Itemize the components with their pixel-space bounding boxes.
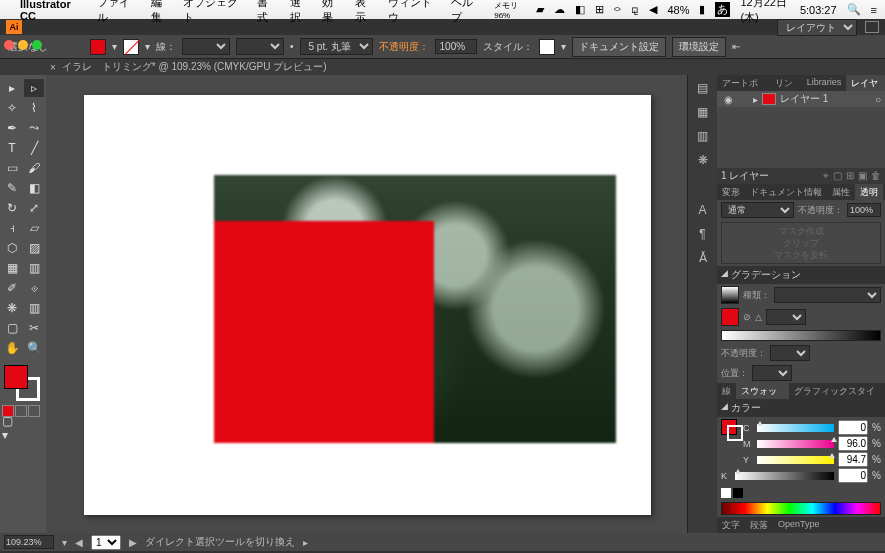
tab-docinfo[interactable]: ドキュメント情報 <box>745 184 827 200</box>
tab-graphic-styles[interactable]: グラフィックスタイル <box>789 383 885 399</box>
tab-attributes[interactable]: 属性 <box>827 184 855 200</box>
visibility-icon[interactable]: ◉ <box>721 94 735 105</box>
menu-help[interactable]: ヘルプ <box>451 0 482 25</box>
tab-transparency[interactable]: 透明 <box>855 184 883 200</box>
yellow-slider[interactable] <box>757 456 834 464</box>
close-window[interactable] <box>4 40 14 50</box>
tab-paragraph[interactable]: 段落 <box>745 517 773 533</box>
stroke-weight-select[interactable] <box>182 38 230 55</box>
minimize-window[interactable] <box>18 40 28 50</box>
blend-mode-select[interactable]: 通常 <box>721 202 794 218</box>
pen-tool[interactable]: ✒ <box>2 119 22 137</box>
zoom-window[interactable] <box>32 40 42 50</box>
artboard-tool[interactable]: ▢ <box>2 319 22 337</box>
type-tool[interactable]: T <box>2 139 22 157</box>
brushes-icon[interactable]: ▥ <box>694 127 712 145</box>
tab-libraries[interactable]: Libraries <box>802 75 847 91</box>
menu-type[interactable]: 書式 <box>257 0 278 25</box>
document-setup-button[interactable]: ドキュメント設定 <box>572 37 666 57</box>
hand-tool[interactable]: ✋ <box>2 339 22 357</box>
document-tab-title[interactable]: イラレ トリミング* @ 109.23% (CMYK/GPU プレビュー) <box>62 60 327 74</box>
dropdown-icon[interactable]: ▾ <box>112 41 117 52</box>
wifi-icon[interactable]: ⌔ <box>614 4 621 16</box>
magenta-value[interactable] <box>838 436 868 451</box>
none-mode[interactable] <box>28 405 40 417</box>
gradient-slider[interactable] <box>721 330 881 341</box>
brush-select[interactable]: 5 pt. 丸筆 <box>300 38 373 55</box>
zoom-input[interactable] <box>4 535 54 549</box>
gradient-preview[interactable] <box>721 286 739 304</box>
canvas[interactable] <box>46 75 687 533</box>
artboard-nav[interactable]: 1 <box>91 535 121 550</box>
cyan-value[interactable] <box>838 420 868 435</box>
memory-indicator[interactable]: メモリ 96% <box>494 0 526 20</box>
paintbrush-tool[interactable]: 🖌 <box>24 159 44 177</box>
direct-selection-tool[interactable]: ▹ <box>24 79 44 97</box>
layer-name[interactable]: レイヤー 1 <box>780 92 828 106</box>
line-tool[interactable]: ╱ <box>24 139 44 157</box>
tab-opentype[interactable]: OpenType <box>773 517 825 533</box>
opacity-input[interactable] <box>435 39 477 54</box>
free-transform-tool[interactable]: ▱ <box>24 219 44 237</box>
tab-links[interactable]: リンク <box>770 75 802 91</box>
selection-tool[interactable]: ▸ <box>2 79 22 97</box>
glyphs-icon[interactable]: Ǎ <box>694 249 712 267</box>
target-icon[interactable]: ○ <box>875 94 881 105</box>
rotate-tool[interactable]: ↻ <box>2 199 22 217</box>
app-name[interactable]: Illustrator CC <box>20 0 85 22</box>
preferences-button[interactable]: 環境設定 <box>672 37 726 57</box>
nav-prev-icon[interactable]: ◀ <box>75 537 83 548</box>
tab-character[interactable]: 文字 <box>717 517 745 533</box>
character-icon[interactable]: A <box>694 201 712 219</box>
workspace-select[interactable]: レイアウト <box>777 19 857 36</box>
shaper-tool[interactable]: ✎ <box>2 179 22 197</box>
yellow-value[interactable] <box>838 452 868 467</box>
slice-tool[interactable]: ✂ <box>24 319 44 337</box>
menu-edit[interactable]: 編集 <box>151 0 172 25</box>
battery-icon[interactable]: ▮ <box>699 3 705 16</box>
gradient-type-select[interactable] <box>774 287 881 303</box>
tab-artboards[interactable]: アートボード <box>717 75 770 91</box>
battery-pct[interactable]: 48% <box>667 4 689 16</box>
eyedropper-tool[interactable]: ✐ <box>2 279 22 297</box>
symbol-sprayer-tool[interactable]: ❋ <box>2 299 22 317</box>
black-value[interactable] <box>838 468 868 483</box>
libraries-icon[interactable]: ▦ <box>694 103 712 121</box>
symbols-icon[interactable]: ❋ <box>694 151 712 169</box>
blend-tool[interactable]: ⟐ <box>24 279 44 297</box>
scale-tool[interactable]: ⤢ <box>24 199 44 217</box>
gradient-stop[interactable] <box>721 308 739 326</box>
magenta-slider[interactable] <box>757 440 834 448</box>
tab-layers[interactable]: レイヤー <box>846 75 885 91</box>
layer-row[interactable]: ◉ ▸ レイヤー 1 ○ <box>717 91 885 107</box>
dropdown-icon[interactable]: ▾ <box>145 41 150 52</box>
curvature-tool[interactable]: ⤳ <box>24 119 44 137</box>
make-mask[interactable]: マスク作成 <box>724 225 878 237</box>
time[interactable]: 5:03:27 <box>800 4 837 16</box>
gradient-tool[interactable]: ▥ <box>24 259 44 277</box>
bluetooth-icon[interactable]: ⚼ <box>631 3 639 16</box>
make-clip-icon[interactable]: ▢ <box>833 168 842 184</box>
tray-icon-2[interactable]: ⊞ <box>595 3 604 16</box>
close-tab-icon[interactable]: × <box>50 62 56 73</box>
locate-icon[interactable]: ⌖ <box>823 168 829 184</box>
paragraph-icon[interactable]: ¶ <box>694 225 712 243</box>
volume-icon[interactable]: ◀︎ <box>649 3 657 16</box>
menu-effect[interactable]: 効果 <box>322 0 343 25</box>
delete-icon[interactable]: 🗑 <box>871 168 881 184</box>
new-layer-icon[interactable]: ▣ <box>858 168 867 184</box>
zoom-tool[interactable]: 🔍 <box>24 339 44 357</box>
gradient-angle-select[interactable] <box>766 309 806 325</box>
white-swatch[interactable] <box>721 488 731 498</box>
mesh-tool[interactable]: ▦ <box>2 259 22 277</box>
grad-opacity-select[interactable] <box>770 345 810 361</box>
expand-icon[interactable]: ▸ <box>753 94 758 105</box>
color-spectrum[interactable] <box>721 502 881 515</box>
notification-icon[interactable]: ≡ <box>871 4 877 16</box>
fill-color[interactable] <box>4 365 28 389</box>
stroke-swatch[interactable] <box>123 39 139 55</box>
red-rectangle[interactable] <box>214 221 434 443</box>
cloud-icon[interactable]: ☁ <box>554 3 565 16</box>
menu-select[interactable]: 選択 <box>290 0 311 25</box>
evernote-icon[interactable]: ▰ <box>536 3 544 16</box>
